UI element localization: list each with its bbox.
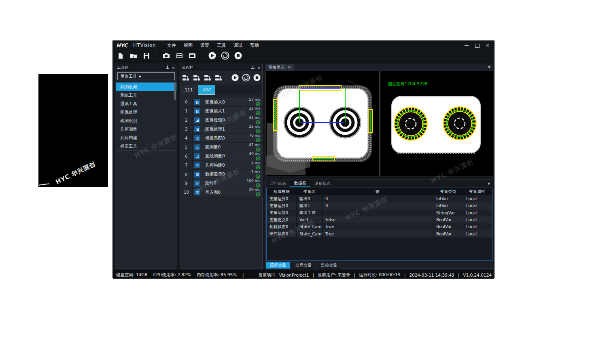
flow-step-row[interactable]: 2 ◪ 图像处理0 44 ms	[180, 116, 263, 125]
open-file-button[interactable]	[128, 51, 139, 60]
toolbox-item[interactable]: 检测识别	[116, 116, 176, 125]
close-panel-icon[interactable]: ×	[257, 66, 261, 70]
step-index: 7	[180, 161, 193, 169]
chevron-down-icon[interactable]: ▼	[488, 182, 490, 186]
cell-variable: State_Camer...	[297, 223, 323, 230]
step-icon: ◬	[194, 144, 200, 150]
minimize-icon[interactable]	[464, 43, 469, 48]
cell-variable: State_Camer...	[297, 230, 323, 237]
flow-stop-button[interactable]	[252, 73, 262, 83]
flow-tab[interactable]: 222	[198, 85, 215, 95]
toolbox-item[interactable]: 几何构建	[116, 133, 176, 142]
flow-step-row[interactable]: 9 ◴ 延时0 106 ms	[180, 179, 263, 188]
table-row[interactable]: 变量运算0 输出字符 StringVar Local	[267, 210, 492, 216]
step-name: 模板匹配0	[202, 135, 244, 141]
data-tab[interactable]: 数据栏	[290, 180, 310, 187]
toolbox-item-label: 检测识别	[120, 118, 137, 124]
cell-value: False	[323, 216, 433, 223]
close-icon[interactable]: ×	[485, 43, 490, 48]
cell-type: BoolVar	[433, 223, 463, 230]
menu-item[interactable]: 设置	[200, 42, 209, 49]
table-row[interactable]: 相机状态0 State_Camer... True BoolVar Local	[267, 223, 492, 230]
flow-tab-label: 111	[185, 87, 193, 92]
more-tools-button[interactable]: 更多工具 ▶	[117, 72, 175, 80]
step-name: 直方图0	[202, 190, 244, 195]
scrollbar-thumb[interactable]	[174, 83, 176, 100]
flow-step-row[interactable]: 10 ▥ 直方图0 29 ms	[180, 188, 263, 197]
flow-step-row[interactable]: 7 ◰ 几何构建0 5 ms	[180, 161, 263, 170]
variable-scope-tab[interactable]: 流程变量	[266, 262, 290, 269]
loop-run-button[interactable]	[220, 51, 230, 60]
toolbox-item[interactable]: 系统工具	[116, 91, 176, 99]
new-file-button[interactable]	[115, 51, 126, 60]
image-tool-button[interactable]	[187, 51, 197, 60]
step-name: 圆测量0	[202, 144, 244, 150]
column-header[interactable]: 变量属性	[463, 188, 491, 195]
success-check-icon	[256, 174, 260, 179]
maximize-icon[interactable]	[475, 43, 480, 48]
data-tab-label: 运行日志	[270, 181, 286, 186]
pin-icon[interactable]	[166, 66, 169, 70]
cell-value	[323, 210, 433, 216]
chevron-down-icon[interactable]: ▼	[488, 66, 490, 69]
separator: |	[458, 273, 460, 277]
menu-item[interactable]: 帮助	[250, 42, 259, 49]
cell-value: 0	[323, 195, 433, 202]
table-row[interactable]: 变量运算0 输出0 0 IntVar Local	[267, 195, 492, 202]
device-button[interactable]	[174, 51, 185, 60]
flow-step-row[interactable]: 8 ▦ 数据显示0 1 ms	[180, 170, 263, 179]
data-tab[interactable]: 设备状态	[310, 180, 335, 187]
flow-step-row[interactable]: 6 ◿ 直线测量0 40 ms	[180, 152, 263, 161]
camera-image-left[interactable]	[266, 71, 379, 176]
variable-scope-tab[interactable]: 监控变量	[317, 262, 341, 269]
close-panel-icon[interactable]: ×	[172, 66, 175, 70]
flow-loop-button[interactable]	[241, 73, 251, 83]
column-header[interactable]: 变量类型	[433, 188, 463, 195]
flow-blocks-icon[interactable]	[203, 73, 213, 83]
toolbox-item[interactable]: 图像处理	[116, 108, 176, 116]
step-name: 延时0	[202, 180, 244, 186]
toolbox-item[interactable]: 几何测量	[116, 125, 176, 133]
variable-scope-tab[interactable]: 全局变量	[292, 262, 315, 269]
camera-button[interactable]	[161, 51, 172, 60]
close-tab-icon[interactable]: ×	[287, 65, 291, 70]
step-index: 8	[180, 170, 193, 178]
toolbox-item[interactable]: 我的收藏	[116, 83, 176, 91]
toolbox-item-label: 我的收藏	[120, 84, 137, 90]
toolbox-item[interactable]: 标定工具	[116, 142, 176, 150]
camera-image-right[interactable]: 圆心距离1704.9228	[380, 71, 493, 176]
flow-step-row[interactable]: 4 ◫ 模板匹配0 70 ms	[180, 134, 263, 143]
pin-icon[interactable]	[251, 66, 255, 70]
data-tab[interactable]: 运行日志	[266, 180, 290, 187]
flow-run-button[interactable]	[230, 73, 240, 83]
column-header[interactable]: 值	[323, 188, 433, 195]
menu-item[interactable]: 视图	[184, 42, 193, 49]
flow-blocks-icon[interactable]	[214, 73, 224, 83]
flow-step-row[interactable]: 1 ◧ 图像输入1 32 ms	[180, 107, 263, 116]
data-tab-label: 数据栏	[294, 180, 306, 186]
menu-item[interactable]: 文件	[167, 42, 176, 49]
table-row[interactable]: 变量定义0 Var1 False BoolVar Local	[267, 216, 492, 223]
save-button[interactable]	[141, 51, 152, 60]
flow-blocks-icon[interactable]	[192, 73, 202, 83]
flow-step-row[interactable]: 5 ◬ 圆测量0 47 ms	[180, 143, 263, 152]
menu-item[interactable]: 工具	[217, 42, 226, 49]
run-button[interactable]	[207, 51, 217, 60]
step-time: 70 ms	[249, 134, 260, 138]
flow-tab[interactable]: 111	[180, 85, 197, 95]
column-header[interactable]: 所属模块	[267, 188, 297, 195]
flow-header: 流程栏 ×	[180, 64, 262, 71]
flow-blocks-icon[interactable]	[181, 73, 191, 83]
toolbar-separator	[155, 52, 155, 59]
menu-item[interactable]: 调试	[233, 42, 242, 49]
flow-step-row[interactable]: 0 ◧ 图像输入0 57 ms	[180, 98, 263, 107]
table-row[interactable]: 变量运算0 输出1 0 IntVar Local	[267, 202, 492, 209]
step-index: 3	[180, 125, 193, 133]
table-row[interactable]: 硬件状态0 State_Camer... True BoolVar Local	[267, 230, 492, 237]
column-header[interactable]: 变量名	[297, 188, 323, 195]
image-display-tab[interactable]: 图像显示 ×	[265, 64, 294, 71]
toolbox-panel: 工具箱 × 更多工具 ▶ 我的收藏 系统工具 通讯工具	[115, 64, 177, 269]
flow-step-row[interactable]: 3 ◪ 图像处理1 23 ms	[180, 125, 263, 134]
toolbox-item[interactable]: 通讯工具	[116, 99, 176, 108]
stop-button[interactable]	[233, 51, 243, 60]
